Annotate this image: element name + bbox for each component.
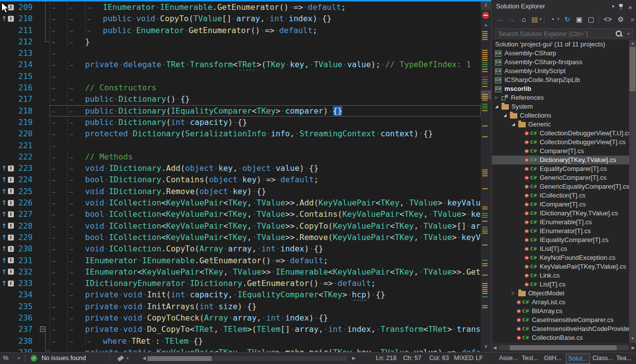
fold-margin[interactable] — [38, 186, 49, 197]
code-line-210[interactable]: ↑I210→→→public·void·CopyTo(TValue[]·arra… — [0, 13, 481, 24]
code-line-239[interactable]: 239→→private·static·KeyValuePair<TKey,·T… — [0, 347, 481, 352]
code-text[interactable]: →→private·static·KeyValuePair<TKey,·TVal… — [49, 347, 481, 352]
inheritance-margin[interactable]: ↑I — [0, 232, 15, 243]
line-number[interactable]: 239 — [15, 347, 38, 352]
zoom-caret-icon[interactable]: ▾ — [18, 353, 20, 364]
tree-row-file[interactable]: C#IDictionary[TKey,TValue].cs — [492, 209, 629, 218]
search-input[interactable] — [498, 29, 613, 39]
tree-row-refs[interactable]: ▷References — [492, 93, 629, 102]
code-line-228[interactable]: ↑I228→→void·ICollection<KeyValuePair<TKe… — [0, 220, 481, 232]
inheritance-margin[interactable]: ↑I — [0, 13, 15, 24]
line-number[interactable]: 227 — [15, 208, 38, 220]
code-line-225[interactable]: ↑I225→→void·IDictionary.Remove(object·ke… — [0, 186, 481, 197]
fold-margin[interactable] — [38, 59, 49, 70]
implements-arrow-icon[interactable]: ↑ — [1, 278, 7, 289]
interface-badge-icon[interactable]: I — [8, 165, 14, 171]
inheritance-margin[interactable] — [0, 105, 15, 117]
chevron-expanded-icon[interactable]: ◢ — [503, 111, 510, 120]
code-text[interactable]: →→IEnumerator·IEnumerable.GetEnumerator(… — [49, 255, 481, 266]
code-line-217[interactable]: 217→→public·Dictionary()·{} — [0, 93, 481, 105]
code-line-235[interactable]: 235→→private·void·InitArrays(int·size)·{… — [0, 301, 481, 312]
code-line-221[interactable]: 221→ — [0, 140, 481, 151]
tree-row-file[interactable]: C#CaseInsensitiveHashCodeProvider.cs — [492, 324, 629, 333]
implements-arrow-icon[interactable]: ↑ — [1, 255, 7, 266]
code-line-215[interactable]: 215→ — [0, 71, 481, 82]
tree-row-file[interactable]: C#Link.cs — [492, 271, 629, 280]
code-line-232[interactable]: ↑I232→→IEnumerator<KeyValuePair<TKey,·TV… — [0, 266, 481, 278]
tree-row-project[interactable]: C#Assembly-UnityScript — [492, 67, 629, 76]
fold-margin[interactable] — [38, 278, 49, 289]
code-text[interactable]: →→protected·Dictionary(SerializationInfo… — [49, 128, 481, 139]
tree-row-project[interactable]: C#Assembly-CSharp-firstpass — [492, 58, 629, 67]
inheritance-margin[interactable] — [0, 36, 15, 47]
implements-arrow-icon[interactable]: ↑ — [1, 232, 7, 243]
code-text[interactable]: → — [49, 140, 481, 151]
pending-changes-filter-button-caret-icon[interactable]: ▾ — [556, 15, 560, 24]
code-text[interactable]: →→→public·void·CopyTo(TValue[]·array,·in… — [49, 13, 481, 24]
search-icon[interactable] — [616, 31, 622, 37]
inheritance-margin[interactable]: ↑I — [0, 266, 15, 278]
code-text[interactable]: →→public·Dictionary()·{} — [49, 93, 481, 105]
code-text[interactable]: → — [49, 71, 481, 82]
inheritance-margin[interactable] — [0, 324, 15, 335]
line-number[interactable]: 216 — [15, 82, 38, 93]
code-line-213[interactable]: 213→ — [0, 47, 481, 59]
fold-margin[interactable] — [38, 82, 49, 93]
line-number[interactable]: 224 — [15, 174, 38, 185]
code-line-214[interactable]: 214→→private·delegate·TRet·Transform<TRe… — [0, 59, 481, 70]
tree-row-file[interactable]: C#CaseInsensitiveComparer.cs — [492, 316, 629, 324]
brush-caret-icon[interactable]: ▾ — [127, 353, 129, 364]
fold-margin[interactable] — [38, 255, 49, 266]
fold-margin[interactable] — [38, 25, 49, 36]
tree-row-file[interactable]: C#IComparer[T].cs — [492, 200, 629, 209]
interface-badge-icon[interactable]: I — [8, 211, 14, 217]
line-number[interactable]: 220 — [15, 128, 38, 139]
line-number[interactable]: 209 — [15, 1, 38, 13]
fold-margin[interactable] — [38, 13, 49, 24]
tree-row-file[interactable]: C#CollectionDebuggerView[T].cs — [492, 138, 629, 147]
tree-row-file[interactable]: C#KeyNotFoundException.cs — [492, 253, 629, 262]
line-number[interactable]: 225 — [15, 186, 38, 197]
line-number[interactable]: 213 — [15, 47, 38, 59]
inheritance-margin[interactable] — [0, 128, 15, 139]
preview-selected-icon[interactable]: ▢ — [587, 15, 595, 24]
fold-margin[interactable] — [38, 117, 49, 128]
zoom-control[interactable]: % — [3, 353, 8, 364]
code-line-216[interactable]: 216→→// Constructors — [0, 82, 481, 93]
document-health-icon[interactable] — [482, 12, 489, 19]
implements-arrow-icon[interactable]: ↑ — [1, 162, 7, 174]
chevron-expanded-icon[interactable]: ◢ — [512, 120, 518, 129]
code-text[interactable]: →→private·void·Init(int·capacity,·IEqual… — [49, 289, 481, 300]
code-line-209[interactable]: ↑I209→→→IEnumerator·IEnumerable.GetEnume… — [0, 1, 481, 13]
tree-row-folder[interactable]: ◢Collections — [492, 111, 629, 120]
code-lines[interactable]: ↑I209→→→IEnumerator·IEnumerable.GetEnume… — [0, 1, 481, 352]
line-number[interactable]: 215 — [15, 71, 38, 82]
code-line-238[interactable]: 238→→→where·TRet·:·TElem·{} — [0, 335, 481, 347]
line-number[interactable]: 236 — [15, 312, 38, 324]
tree-row-folder[interactable]: ◢Generic — [492, 120, 629, 129]
inheritance-margin[interactable]: ↑I — [0, 220, 15, 232]
scroll-down-icon[interactable]: ▼ — [481, 344, 491, 349]
refresh-icon[interactable]: ↻ — [563, 15, 572, 24]
editor-split-handle[interactable]: ▴▾ — [481, 1, 491, 10]
interface-badge-icon[interactable]: I — [8, 188, 14, 194]
code-text[interactable]: →→void·ICollection.CopyTo(Array·array,·i… — [49, 243, 481, 254]
interface-badge-icon[interactable]: I — [8, 223, 14, 229]
tab-gith[interactable]: GitH... — [542, 354, 563, 363]
line-number[interactable]: 223 — [15, 162, 38, 174]
inheritance-margin[interactable]: ↑I — [0, 255, 15, 266]
inheritance-margin[interactable] — [0, 312, 15, 324]
inheritance-margin[interactable] — [0, 47, 15, 59]
tree-row-file[interactable]: C#Comparer[T].cs — [492, 147, 629, 156]
implements-arrow-icon[interactable]: ↑ — [1, 197, 7, 208]
fold-margin[interactable]: − — [38, 324, 49, 335]
tab-test[interactable]: Test... — [520, 354, 540, 363]
inheritance-margin[interactable]: ↑I — [0, 208, 15, 220]
implements-arrow-icon[interactable]: ↑ — [1, 266, 7, 278]
implements-arrow-icon[interactable]: ↑ — [1, 174, 7, 185]
tab-tea[interactable]: Tea... — [614, 354, 634, 363]
line-number[interactable]: 237 — [15, 324, 38, 335]
line-number[interactable]: 210 — [15, 13, 38, 24]
fold-margin[interactable] — [38, 47, 49, 59]
code-text[interactable]: →→private·void·InitArrays(int·size)·{} — [49, 301, 481, 312]
